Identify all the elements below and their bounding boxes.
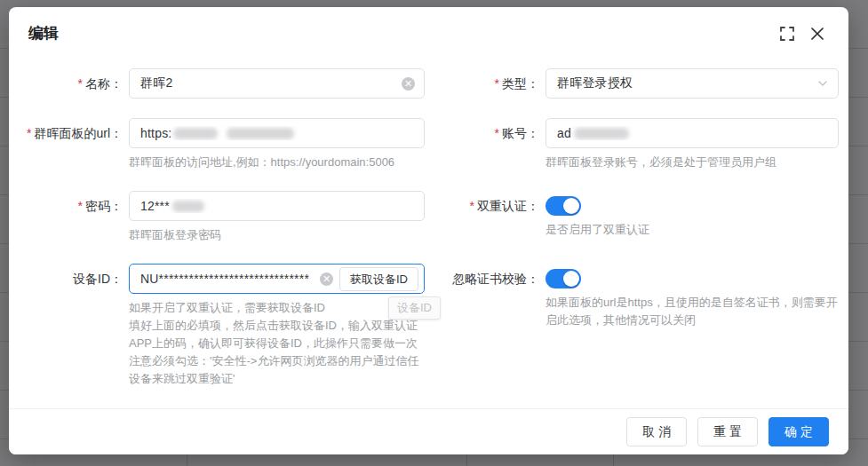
password-value: 12***	[140, 199, 415, 213]
url-input[interactable]: https:	[129, 118, 425, 148]
name-label: *名称：	[9, 68, 123, 99]
url-helper-text: 群晖面板的访问地址,例如：https://yourdomain:5006	[129, 154, 425, 171]
cancel-button[interactable]: 取 消	[626, 417, 687, 446]
password-input[interactable]: 12***	[129, 191, 425, 221]
required-mark: *	[27, 126, 31, 140]
close-icon[interactable]	[809, 26, 825, 42]
device-id-value: NU******************************	[140, 272, 320, 286]
background-table-column-line	[187, 454, 187, 466]
redacted-blur	[172, 201, 204, 212]
type-select[interactable]: 群晖登录授权	[545, 68, 839, 99]
password-label: *密码：	[9, 191, 123, 221]
background-table-column-line	[613, 454, 614, 466]
form-row-deviceid-cert: 设备ID： NU****************************** ✕…	[9, 264, 848, 388]
reset-button[interactable]: 重 置	[697, 417, 758, 446]
dialog-footer: 取 消 重 置 确 定	[9, 408, 848, 454]
redacted-blur	[173, 128, 218, 139]
device-id-helper-line: 如果开启了双重认证，需要获取设备ID	[129, 299, 425, 317]
device-id-field-group: NU****************************** ✕ 获取设备I…	[129, 264, 425, 388]
device-id-input[interactable]: NU****************************** ✕ 获取设备I…	[129, 264, 425, 294]
url-field-group: https: 群晖面板的访问地址,例如：https://yourdomain:5…	[129, 118, 425, 171]
required-mark: *	[495, 126, 499, 140]
account-helper-text: 群晖面板登录账号，必须是处于管理员用户组	[545, 154, 839, 171]
password-helper-text: 群晖面板登录密码	[129, 226, 425, 244]
ignore-cert-field-group: 如果面板的url是https，且使用的是自签名证书，则需要开启此选项，其他情况可…	[545, 264, 839, 329]
ignore-cert-helper-text: 如果面板的url是https，且使用的是自签名证书，则需要开启此选项，其他情况可…	[545, 294, 839, 329]
two-factor-label: *双重认证：	[431, 191, 539, 221]
type-label: *类型：	[431, 68, 539, 99]
toggle-knob	[563, 271, 579, 287]
redacted-blur	[227, 128, 294, 139]
dialog-header: 编辑	[9, 7, 848, 44]
chevron-down-icon	[816, 77, 829, 90]
required-mark: *	[495, 76, 499, 91]
confirm-button[interactable]: 确 定	[768, 417, 829, 446]
form-row-url-account: *群晖面板的url： https: 群晖面板的访问地址,例如：https://y…	[9, 118, 848, 171]
account-label: *账号：	[431, 118, 539, 148]
device-id-helper-line: 填好上面的必填项，然后点击获取设备ID，输入双重认证APP上的码，确认即可获得设…	[129, 317, 425, 352]
device-id-helper-line: 注意必须勾选：'安全性->允许网页浏览器的用户通过信任设备来跳过双重验证'	[129, 352, 425, 388]
device-id-label: 设备ID：	[9, 264, 123, 294]
name-value: 群晖2	[140, 75, 402, 91]
name-input[interactable]: 群晖2 ✕	[129, 68, 425, 99]
get-device-id-button[interactable]: 获取设备ID	[339, 267, 418, 291]
clear-icon[interactable]: ✕	[402, 77, 415, 91]
url-value: https:	[140, 126, 415, 140]
dialog-header-actions	[779, 26, 825, 42]
toggle-knob	[563, 198, 579, 214]
url-label: *群晖面板的url：	[9, 118, 123, 148]
two-factor-field-group: 是否启用了双重认证	[545, 191, 839, 239]
two-factor-toggle[interactable]	[545, 196, 581, 216]
required-mark: *	[78, 199, 83, 213]
fullscreen-icon[interactable]	[779, 26, 795, 42]
ignore-cert-label: 忽略证书校验：	[431, 264, 539, 294]
form-row-password-2fa: *密码： 12*** 群晖面板登录密码 *双重认证： 是否启用了双重认证	[9, 191, 848, 244]
account-field-group: ad 群晖面板登录账号，必须是处于管理员用户组	[545, 118, 839, 171]
two-factor-helper-text: 是否启用了双重认证	[545, 221, 839, 239]
password-field-group: 12*** 群晖面板登录密码	[129, 191, 425, 244]
form-row-name-type: *名称： 群晖2 ✕ *类型： 群晖登录授权	[9, 68, 848, 99]
dialog-title: 编辑	[28, 23, 59, 44]
account-input[interactable]: ad	[545, 118, 839, 148]
ignore-cert-toggle[interactable]	[545, 269, 581, 288]
required-mark: *	[470, 199, 474, 213]
required-mark: *	[78, 76, 83, 91]
edit-form: *名称： 群晖2 ✕ *类型： 群晖登录授权 *群晖面板的url： https:…	[9, 68, 848, 388]
edit-dialog: 编辑 *名称： 群晖2 ✕ *类型： 群晖登录授权	[9, 7, 848, 454]
clear-icon[interactable]: ✕	[320, 272, 333, 286]
device-id-helper-text: 如果开启了双重认证，需要获取设备ID 填好上面的必填项，然后点击获取设备ID，输…	[129, 299, 425, 388]
account-value: ad	[557, 126, 829, 140]
background-table-column-line	[466, 454, 467, 466]
type-selected-value: 群晖登录授权	[557, 75, 811, 91]
redacted-blur	[574, 128, 629, 139]
